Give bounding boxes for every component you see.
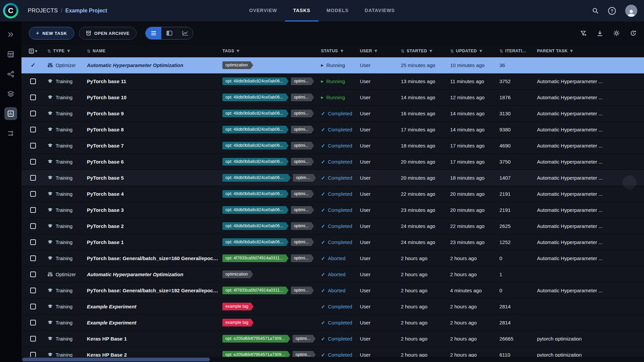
row-checkbox[interactable] — [30, 111, 36, 116]
row-checkbox[interactable] — [30, 175, 36, 181]
task-tag[interactable]: optimi... — [291, 126, 314, 133]
task-parent[interactable]: pytorch optimization — [534, 336, 644, 342]
select-all-checkbox-icon[interactable] — [29, 49, 34, 54]
table-row[interactable]: ✓ Training PyTorch base 9 opt: 48db0b8a6… — [21, 106, 644, 122]
row-checkbox[interactable] — [30, 288, 36, 293]
task-tag[interactable]: opt: e205d684f7954571a7309... — [222, 335, 290, 343]
task-tag[interactable]: opt: 48db0b8a6c824ce0ab06... — [222, 110, 288, 117]
task-tag[interactable]: optimization — [222, 61, 253, 69]
task-parent[interactable]: Automatic Hyperparameter ... — [534, 95, 644, 100]
column-header-started[interactable]: ⇅ STARTED — [398, 49, 447, 54]
task-tag[interactable]: optimi... — [291, 254, 314, 262]
horizontal-scrollbar[interactable] — [21, 357, 644, 362]
compare-chart-view-button[interactable] — [177, 27, 193, 39]
task-tag[interactable]: optimi... — [291, 142, 314, 149]
row-checkbox[interactable] — [30, 223, 36, 229]
sort-icon[interactable]: ⇅ — [401, 49, 405, 54]
table-row[interactable]: ✓ Training Keras HP Base 1 opt: e205d684… — [21, 331, 644, 347]
row-checkbox[interactable] — [30, 78, 36, 84]
task-tag[interactable]: optimi... — [293, 174, 316, 182]
sort-icon[interactable]: ⇅ — [499, 49, 503, 54]
task-tag[interactable]: optimi... — [291, 158, 314, 166]
open-archive-button[interactable]: OPEN ARCHIVE — [79, 27, 137, 40]
table-row[interactable]: ✓ Training PyTorch base 8 opt: 48db0b8a6… — [21, 122, 644, 138]
tab-overview[interactable]: OVERVIEW — [241, 0, 285, 21]
task-tag[interactable]: optimi... — [291, 190, 314, 198]
task-tag[interactable]: opt: 4f7833ca5fd74914a0311... — [222, 254, 288, 262]
task-name[interactable]: PyTorch base 9 — [87, 111, 124, 116]
task-name[interactable]: PyTorch base 1 — [87, 239, 124, 245]
task-tag[interactable]: optimi... — [291, 238, 314, 246]
task-name[interactable]: PyTorch base 6 — [87, 159, 124, 165]
sort-icon[interactable]: ⇅ — [87, 49, 91, 54]
task-tag[interactable]: optimi... — [291, 287, 314, 294]
row-checkbox[interactable] — [30, 304, 36, 309]
column-header-user[interactable]: USER — [357, 49, 398, 53]
row-checkbox[interactable] — [30, 255, 36, 261]
sidebar-item-applications[interactable] — [4, 28, 17, 41]
table-row[interactable]: ✓ Training PyTorch base 2 opt: 48db0b8a6… — [21, 218, 644, 234]
sidebar-item-pipelines[interactable] — [4, 68, 17, 80]
task-parent[interactable]: Automatic Hyperparameter ... — [534, 223, 644, 229]
task-tag[interactable]: opt: 48db0b8a6c824ce0ab06... — [222, 206, 288, 214]
task-name[interactable]: PyTorch base 8 — [87, 127, 124, 132]
task-tag[interactable]: example tag — [222, 319, 254, 326]
table-row[interactable]: ✓ Training PyTorch base: General/batch_s… — [21, 283, 644, 299]
column-header-tags[interactable]: TAGS — [220, 49, 318, 53]
task-parent[interactable]: Automatic Hyperparameter ... — [534, 207, 644, 213]
sort-icon[interactable]: ⇅ — [450, 49, 454, 54]
table-row[interactable]: ✓ Training PyTorch base 6 opt: 48db0b8a6… — [21, 154, 644, 170]
select-all-caret-icon[interactable]: ▾ — [35, 49, 37, 53]
sidebar-item-projects[interactable] — [4, 107, 17, 120]
sidebar-item-boards[interactable] — [4, 48, 17, 61]
task-parent[interactable]: Automatic Hyperparameter ... — [534, 159, 644, 165]
task-name[interactable]: PyTorch base: General/batch_size=192 Gen… — [87, 288, 220, 293]
task-tag[interactable]: optimi... — [291, 206, 314, 214]
task-parent[interactable]: Automatic Hyperparameter ... — [534, 255, 644, 261]
user-avatar[interactable] — [625, 5, 637, 17]
task-parent[interactable]: Automatic Hyperparameter ... — [534, 78, 644, 84]
task-tag[interactable]: opt: 48db0b8a6c824ce0ab06... — [222, 238, 288, 246]
table-row[interactable]: ✓ Training Example Experiment example ta… — [21, 299, 644, 315]
tab-models[interactable]: MODELS — [318, 0, 357, 21]
task-name[interactable]: PyTorch base 5 — [87, 175, 124, 181]
row-checkbox[interactable] — [30, 127, 36, 132]
horizontal-scrollbar-thumb[interactable] — [22, 358, 210, 361]
breadcrumb-projects-link[interactable]: PROJECTS — [28, 8, 58, 14]
auto-refresh-icon[interactable] — [630, 30, 637, 37]
task-name[interactable]: PyTorch base 11 — [87, 78, 126, 84]
task-parent[interactable]: Automatic Hyperparameter ... — [534, 288, 644, 293]
task-name[interactable]: PyTorch base 10 — [87, 95, 126, 100]
row-checkbox[interactable] — [30, 336, 36, 342]
task-name[interactable]: PyTorch base 7 — [87, 143, 124, 148]
detail-view-button[interactable] — [161, 27, 177, 39]
help-icon[interactable]: ? — [608, 7, 616, 15]
column-header-name[interactable]: ⇅ NAME — [84, 49, 220, 54]
task-tag[interactable]: optimi... — [291, 94, 314, 101]
task-tag[interactable]: opt: 4f7833ca5fd74914a0311... — [222, 287, 288, 294]
row-checkbox[interactable] — [30, 143, 36, 148]
sort-icon[interactable]: ⇅ — [47, 49, 51, 54]
row-checkbox[interactable] — [30, 207, 36, 213]
table-view-button[interactable] — [146, 27, 161, 39]
table-row[interactable]: ✓ Training PyTorch base: General/batch_s… — [21, 250, 644, 266]
task-name[interactable]: Example Experiment — [87, 304, 137, 309]
task-tag[interactable]: opt: 48db0b8a6c824ce0ab06... — [222, 94, 288, 101]
task-parent[interactable]: Automatic Hyperparameter ... — [534, 143, 644, 148]
task-name[interactable]: PyTorch base 4 — [87, 191, 124, 197]
row-check-icon[interactable]: ✓ — [31, 62, 35, 69]
sidebar-item-datasets[interactable] — [4, 87, 17, 100]
row-checkbox[interactable] — [30, 272, 36, 277]
row-checkbox[interactable] — [30, 95, 36, 100]
task-tag[interactable]: optimi... — [292, 335, 316, 343]
task-tag[interactable]: opt: 48db0b8a6c824ce0ab06... — [222, 158, 288, 166]
table-row[interactable]: ✓ Training PyTorch base 3 opt: 48db0b8a6… — [21, 202, 644, 218]
table-row[interactable]: ✓ Training PyTorch base 11 opt: 48db0b8a… — [21, 73, 644, 89]
task-parent[interactable]: Automatic Hyperparameter ... — [534, 239, 644, 245]
task-parent[interactable]: Automatic Hyperparameter ... — [534, 111, 644, 116]
task-tag[interactable]: opt: 48db0b8a6c824ce0ab06... — [222, 142, 288, 149]
task-name[interactable]: PyTorch base 3 — [87, 207, 124, 213]
task-tag[interactable]: optimi... — [291, 222, 314, 230]
task-tag[interactable]: opt: 48db0b8a6c824ce0ab06... — [222, 77, 288, 85]
task-name[interactable]: PyTorch base 2 — [87, 223, 124, 229]
